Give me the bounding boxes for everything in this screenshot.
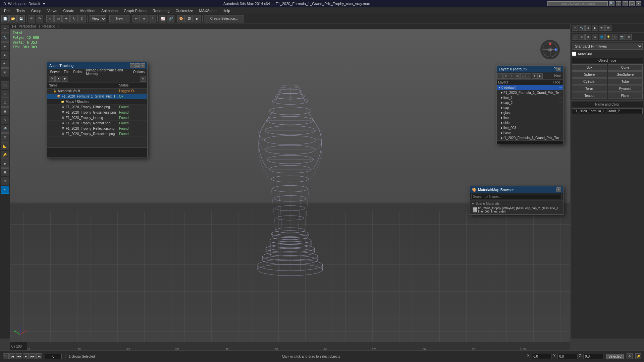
obj-box[interactable]: Box [572, 64, 607, 71]
schematic-btn[interactable]: 🔗 [167, 15, 174, 22]
rotate-button[interactable]: ↻ [70, 15, 78, 22]
select-button[interactable]: ↖ [46, 15, 54, 22]
layer-row-base[interactable]: ▶ base ··· [497, 130, 563, 135]
menu-group[interactable]: Group [29, 8, 44, 13]
layer-collapse-btn[interactable]: ▶ [537, 73, 543, 79]
asset-row-maps[interactable]: 📁 Maps / Shaders [47, 99, 147, 105]
workspace-dropdown-icon[interactable]: ▼ [42, 2, 46, 6]
side-active-tool[interactable]: ● [1, 186, 9, 194]
layer-delete-btn[interactable]: ✕ [503, 73, 508, 79]
utilities-tab[interactable]: 🛠 [1, 68, 9, 76]
material-editor-btn[interactable]: 🎨 [177, 15, 185, 22]
asset-row-reflection[interactable]: 🖼 F1_2020_Trophy_Reflection.png Found [47, 126, 147, 131]
menu-help[interactable]: Help [220, 8, 233, 13]
menu-tools[interactable]: Tools [14, 8, 28, 13]
material-browser-titlebar[interactable]: 🎨 Material/Map Browser ✕ [470, 186, 563, 193]
obj-tube[interactable]: Tube [608, 78, 643, 85]
side-tool4[interactable]: ◉ [1, 107, 9, 115]
side-tool3[interactable]: ⊡ [1, 99, 9, 107]
at-collapse-btn[interactable]: ▼ [55, 76, 61, 82]
viewport-perspective[interactable]: Perspective [18, 24, 36, 28]
close-button[interactable]: ✕ [636, 1, 641, 6]
side-tool9[interactable]: 🔑 [1, 151, 9, 159]
menu-animation[interactable]: Animation [99, 8, 120, 13]
asset-scrollbar[interactable] [47, 147, 147, 152]
layer-expand-btn[interactable]: ▼ [532, 73, 537, 79]
layer-new-btn[interactable]: + [497, 73, 503, 79]
menu-customize[interactable]: Customize [173, 8, 196, 13]
key-filters-button[interactable]: 🔑 [635, 353, 641, 359]
time-config-button[interactable]: ⏱ [627, 353, 633, 359]
obj-pyramid[interactable]: Pyramid [608, 85, 643, 92]
at-menu-file[interactable]: File [62, 70, 70, 74]
menu-edit[interactable]: Edit [1, 8, 13, 13]
layer-select-objs-btn[interactable]: ↖ [509, 73, 514, 79]
layer-add-sel-btn[interactable]: +□ [515, 73, 520, 79]
at-expand-btn[interactable]: ▶ [62, 76, 68, 82]
x-field[interactable] [532, 354, 552, 359]
layer-row-cap2[interactable]: ▶ cap_2 ··· [497, 100, 563, 105]
curve-editor-btn[interactable]: 📈 [159, 15, 166, 22]
at-refresh-btn[interactable]: ↻ [49, 76, 55, 82]
key-mode-button[interactable]: ⬛ [3, 353, 9, 359]
side-tool5[interactable]: ✎ [1, 116, 9, 124]
side-tool8[interactable]: 📐 [1, 142, 9, 150]
side-tool7[interactable]: ⚙ [1, 133, 9, 141]
layer-row-side[interactable]: ▶ side ··· [497, 120, 563, 125]
align-btn[interactable]: ≡ [141, 15, 148, 22]
side-tool10[interactable]: ◆ [1, 160, 9, 168]
rp-icon1[interactable]: ⬛ [572, 34, 578, 40]
rp-icon3[interactable]: ⊞ [585, 34, 591, 40]
rp-icon9[interactable]: ⚙ [626, 34, 632, 40]
layer-help-btn[interactable]: ? [554, 67, 556, 71]
layer-row-trophy[interactable]: ▶ F1_2020_Formula_1_Grand_Prix_Trophy ··… [497, 90, 563, 95]
menu-graph-editors[interactable]: Graph Editors [121, 8, 149, 13]
asset-row-vault[interactable]: 🔒 Autodesk Vault Logged O... [47, 88, 147, 94]
obj-sphere[interactable]: Sphere [572, 71, 607, 78]
layer-row-glass[interactable]: ▶ glass ··· [497, 110, 563, 115]
asset-tracking-minimize[interactable]: ─ [130, 63, 135, 68]
play-button[interactable]: ▶ [23, 353, 29, 359]
selection-filter[interactable]: Create Selection... [204, 15, 244, 22]
side-tool6[interactable]: 🔎 [1, 125, 9, 133]
mat-scene-header[interactable]: ▼ Scene Materials [471, 201, 562, 206]
viewport-mode[interactable]: Realistic [42, 24, 55, 28]
rp-utilities-icon[interactable]: 🛠 [605, 25, 611, 31]
mat-search-input[interactable] [471, 194, 562, 199]
layer-row-default[interactable]: ▼ 0 (default) ··· [497, 85, 563, 90]
rp-modify-icon[interactable]: 🔧 [579, 25, 585, 31]
at-menu-server[interactable]: Server [49, 70, 61, 74]
asset-row-diffuse[interactable]: 🖼 F1_2020_Trophy_Diffuse.png Found [47, 105, 147, 110]
undo-button[interactable]: ↶ [28, 15, 35, 22]
layer-row-line003[interactable]: ▶ line_003 ··· [497, 125, 563, 130]
layer-btn[interactable]: New [109, 15, 129, 22]
display-tab[interactable]: 👁 [1, 60, 9, 68]
render-btn[interactable]: ▶ [194, 15, 201, 22]
menu-create[interactable]: Create [60, 8, 77, 13]
motion-tab[interactable]: ▶ [1, 51, 9, 59]
asset-row-normal[interactable]: 🖼 F1_2020_Trophy_Normal.png Found [47, 121, 147, 126]
rp-icon2[interactable]: ◎ [579, 34, 585, 40]
reference-coord-dropdown[interactable]: View [89, 15, 106, 22]
next-key-button[interactable]: ▶▶ [30, 353, 36, 359]
rp-icon5[interactable]: 🌐 [599, 34, 605, 40]
menu-modifiers[interactable]: Modifiers [77, 8, 98, 13]
rp-hierarchy-icon[interactable]: ◈ [585, 25, 591, 31]
search-input[interactable]: Type a keyword or phrase [547, 1, 608, 6]
layer-row-lines[interactable]: ▶ lines ··· [497, 115, 563, 120]
obj-teapot[interactable]: Teapot [572, 93, 607, 99]
rp-icon6[interactable]: 💡 [605, 34, 611, 40]
asset-row-glossiness[interactable]: 🖼 F1_2020_Trophy_Glossiness.png Found [47, 110, 147, 115]
rp-icon4[interactable]: ◈ [592, 34, 598, 40]
render-setup-btn[interactable]: 🖼 [185, 15, 193, 22]
menu-rendering[interactable]: Rendering [150, 8, 172, 13]
workspace-label[interactable]: Workspace: Default [8, 2, 40, 6]
menu-maxscript[interactable]: MAXScript [197, 8, 219, 13]
layer-close-btn[interactable]: ✕ [556, 67, 561, 71]
rp-create-icon[interactable]: ✦ [572, 25, 578, 31]
layer-scrollbar[interactable] [497, 140, 563, 144]
at-menu-bitmap[interactable]: Bitmap Performance and Memory [85, 68, 130, 76]
asset-row-refraction[interactable]: 🖼 F1_2020_Trophy_Refraction.png Found [47, 131, 147, 137]
layer-row-f1trophy[interactable]: ▶ f1_2020_Formula_1_Grand_Prix_Trophy ··… [497, 135, 563, 140]
modify-tab[interactable]: 🔧 [1, 34, 9, 42]
